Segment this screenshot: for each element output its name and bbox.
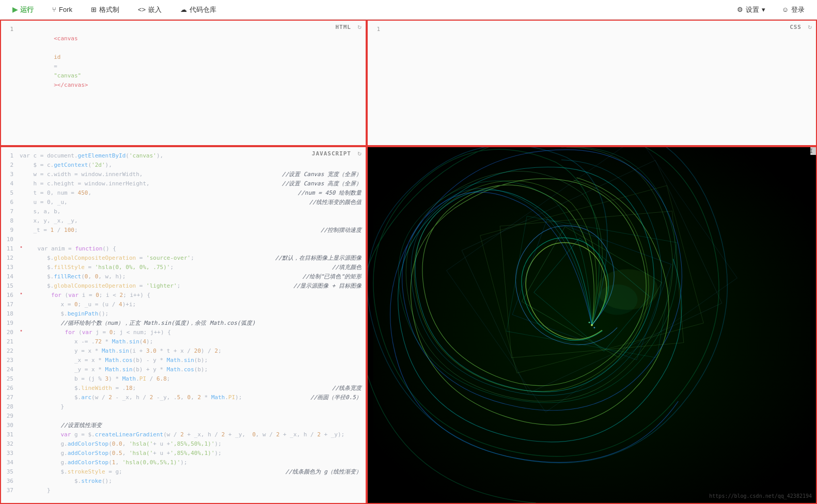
css-label: CSS [790,24,802,30]
topbar-right: ⚙ 设置 ▾ ☺ 登录 [733,3,809,17]
js-line-32: 32 g.addColorStop(0.0, 'hsla('+ u +',85%… [1,439,366,449]
svg-point-13 [597,285,638,315]
js-line-23: 23 _x = x * Math.cos(b) - y * Math.sin(b… [1,356,366,365]
js-line-22: 22 y = x * Math.sin(i + 3.0 * t + x / 20… [1,346,366,356]
js-line-31: 31 var g = $.createLinearGradient(w / 2 … [1,430,366,439]
html-refresh-icon[interactable]: ↻ [357,23,362,30]
svg-point-9 [591,324,593,326]
js-line-5: 5 t = 0, num = 450, //num = 450 绘制数量 [1,188,366,198]
js-line-27: 27 $.arc(w / 2 - _x, h / 2 -_y, .5, 0, 2… [1,393,366,402]
js-line-30: 30 //设置线性渐变 [1,421,366,430]
login-button[interactable]: ☺ 登录 [778,3,809,17]
js-line-36: 36 $.stroke(); [1,477,366,486]
chevron-down-icon: ▾ [762,6,765,13]
css-refresh-icon[interactable]: ↻ [808,23,812,30]
css-code-content: 1 [368,21,816,38]
css-line-1: 1 [368,25,816,34]
html-line-1-code: <canvas id = "canvas" ></canvas> [20,25,88,99]
js-label: JAVASCRIPT [312,150,351,157]
js-line-1: 1 var c = document.getElementById('canva… [1,151,366,161]
html-panel: HTML ↻ 1 <canvas id = "canvas" ></canvas… [0,20,367,146]
js-line-14: 14 $.fillRect(0, 0, w, h); //绘制"已填色"的矩形 [1,272,366,281]
fork-icon: ⑂ [52,6,56,13]
coderepo-button[interactable]: ☁ 代码仓库 [176,3,221,17]
js-line-25: 25 b = (j % 3) * Math.PI / 6.8; [1,374,366,384]
svg-point-11 [593,327,595,328]
preview-visualization [368,147,816,503]
format-icon: ⊞ [91,6,97,13]
js-line-34: 34 g.addColorStop(1, 'hsla(0,0%,5%,1)'); [1,458,366,467]
js-line-6: 6 u = 0, _u, //线性渐变的颜色值 [1,198,366,207]
css-panel: CSS ↻ 1 [367,20,817,146]
js-line-26: 26 $.lineWidth = .18; //线条宽度 [1,384,366,393]
watermark: https://blog.csdn.net/qq_42382194 [709,493,812,499]
js-line-11: 11 • var anim = function() { [1,244,366,254]
js-line-3: 3 w = c.width = window.innerWidth, //设置 … [1,170,366,179]
embed-button[interactable]: <> 嵌入 [134,3,166,17]
js-line-37: 37 } [1,486,366,495]
js-line-33: 33 g.addColorStop(0.5, 'hsla('+ u +',85%… [1,449,366,458]
js-line-16: 16 • for (var i = 0; i < 2; i++) { [1,291,366,300]
js-line-18: 18 $.beginPath(); [1,309,366,319]
topbar: ▶ 运行 ⑂ Fork ⊞ 格式制 <> 嵌入 ☁ 代码仓库 ⚙ 设置 ▾ ☺ … [0,0,817,20]
run-button[interactable]: ▶ 运行 [8,3,38,17]
cloud-icon: ☁ [180,6,187,13]
format-button[interactable]: ⊞ 格式制 [87,3,123,17]
html-code-content: 1 <canvas id = "canvas" ></canvas> [1,21,366,103]
js-line-17: 17 x = 0; _u = (u / 4)+i; [1,300,366,309]
js-line-35: 35 $.strokeStyle = g; //线条颜色为 g（线性渐变） [1,467,366,477]
js-line-13: 13 $.fillStyle = 'hsla(0, 0%, 0%, .75)';… [1,263,366,272]
js-code-content[interactable]: 1 var c = document.getElementById('canva… [1,147,366,498]
settings-icon: ⚙ [737,6,743,13]
js-line-28: 28 } [1,402,366,412]
settings-button[interactable]: ⚙ 设置 ▾ [733,3,769,17]
topbar-left: ▶ 运行 ⑂ Fork ⊞ 格式制 <> 嵌入 ☁ 代码仓库 [8,3,720,17]
js-line-12: 12 $.globalCompositeOperation = 'source-… [1,254,366,263]
main-layout: HTML ↻ 1 <canvas id = "canvas" ></canvas… [0,20,817,504]
js-panel: JAVASCRIPT ↻ 1 var c = document.getEleme… [0,146,367,504]
js-line-2: 2 $ = c.getContext('2d'), [1,161,366,170]
js-line-4: 4 h = c.height = window.innerHeight, //设… [1,179,366,188]
run-icon: ▶ [12,6,18,13]
js-line-29: 29 [1,412,366,421]
js-line-19: 19 //循环绘制个数（num），正玄 Math.sin(弧度)，余弦 Math… [1,319,366,328]
fork-button[interactable]: ⑂ Fork [48,4,76,15]
user-icon: ☺ [782,6,789,13]
js-line-20: 20 • for (var j = 0; j < num; j++) { [1,328,366,337]
js-line-15: 15 $.globalCompositeOperation = 'lighter… [1,281,366,291]
html-label: HTML [336,24,352,30]
js-line-7: 7 s, a, b, [1,207,366,216]
js-refresh-icon[interactable]: ↻ [357,149,362,157]
preview-panel: RESUI [367,146,817,504]
embed-icon: <> [138,6,146,13]
js-line-9: 9 _t = 1 / 100; //控制摆动速度 [1,226,366,235]
js-line-21: 21 x -= .72 * Math.sin(4); [1,337,366,346]
svg-point-10 [589,322,590,323]
js-line-24: 24 _y = x * Math.sin(b) + y * Math.cos(b… [1,365,366,374]
html-line-1: 1 <canvas id = "canvas" ></canvas> [1,25,366,99]
js-line-8: 8 x, y, _x, _y, [1,216,366,226]
js-line-10: 10 [1,235,366,244]
